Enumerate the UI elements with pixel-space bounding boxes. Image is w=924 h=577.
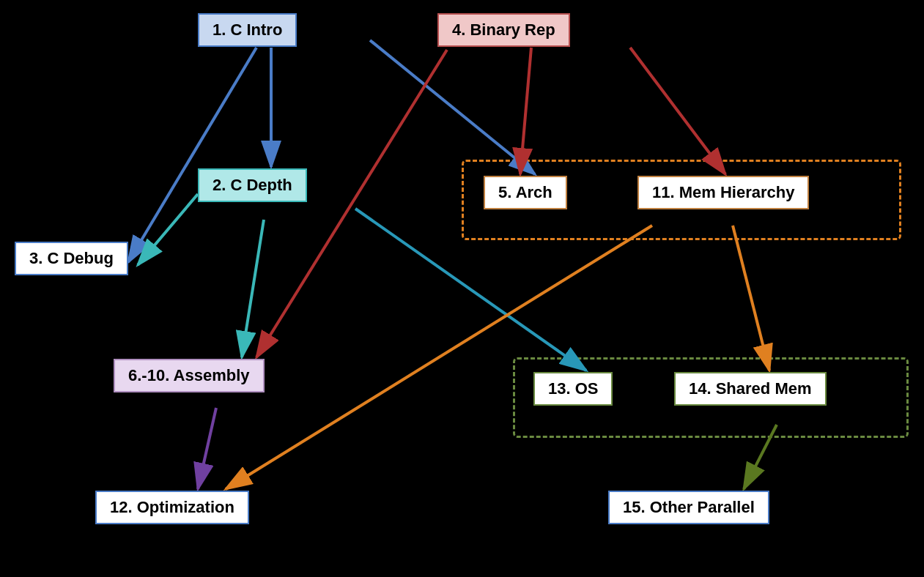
c-debug-label: 3. C Debug bbox=[29, 249, 114, 267]
svg-line-7 bbox=[128, 48, 256, 262]
svg-line-10 bbox=[520, 48, 531, 174]
binary-rep-label: 4. Binary Rep bbox=[452, 21, 555, 39]
node-binary-rep: 4. Binary Rep bbox=[437, 13, 570, 47]
os-label: 13. OS bbox=[548, 379, 598, 398]
node-shared-mem: 14. Shared Mem bbox=[674, 372, 827, 406]
svg-line-16 bbox=[733, 226, 769, 371]
arch-label: 5. Arch bbox=[498, 183, 552, 201]
svg-line-18 bbox=[198, 408, 216, 489]
shared-mem-label: 14. Shared Mem bbox=[689, 379, 812, 398]
node-c-intro: 1. C Intro bbox=[198, 13, 297, 47]
svg-line-12 bbox=[138, 194, 198, 265]
node-c-debug: 3. C Debug bbox=[15, 242, 128, 275]
svg-line-11 bbox=[630, 48, 725, 174]
node-mem-hierarchy: 11. Mem Hierarchy bbox=[637, 176, 809, 209]
svg-line-13 bbox=[242, 220, 264, 357]
svg-line-9 bbox=[370, 40, 535, 174]
other-parallel-label: 15. Other Parallel bbox=[623, 498, 755, 516]
node-optimization: 12. Optimization bbox=[95, 491, 249, 524]
optimization-label: 12. Optimization bbox=[110, 498, 234, 516]
node-assembly: 6.-10. Assembly bbox=[114, 359, 265, 392]
node-c-depth: 2. C Depth bbox=[198, 168, 307, 202]
node-os: 13. OS bbox=[533, 372, 613, 406]
c-intro-label: 1. C Intro bbox=[212, 21, 282, 39]
c-depth-label: 2. C Depth bbox=[212, 176, 292, 194]
node-other-parallel: 15. Other Parallel bbox=[608, 491, 769, 524]
assembly-label: 6.-10. Assembly bbox=[128, 366, 250, 384]
mem-hierarchy-label: 11. Mem Hierarchy bbox=[652, 183, 794, 201]
svg-line-15 bbox=[256, 50, 447, 357]
node-arch: 5. Arch bbox=[484, 176, 567, 209]
